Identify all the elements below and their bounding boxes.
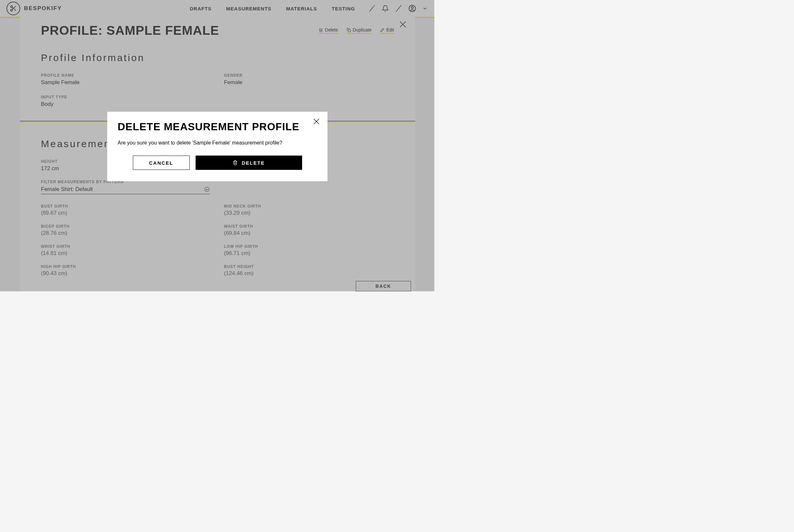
delete-confirmation-modal: DELETE MEASUREMENT PROFILE Are you sure … [107,112,327,181]
modal-title: DELETE MEASUREMENT PROFILE [118,121,317,133]
modal-close-button[interactable] [313,118,320,127]
modal-message: Are you sure you want to delete 'Sample … [118,140,317,146]
confirm-delete-label: DELETE [242,160,265,166]
cancel-button[interactable]: CANCEL [133,156,190,170]
cancel-button-label: CANCEL [149,160,173,166]
close-icon [313,118,320,126]
trash-icon [233,160,238,165]
confirm-delete-button[interactable]: DELETE [195,156,302,170]
